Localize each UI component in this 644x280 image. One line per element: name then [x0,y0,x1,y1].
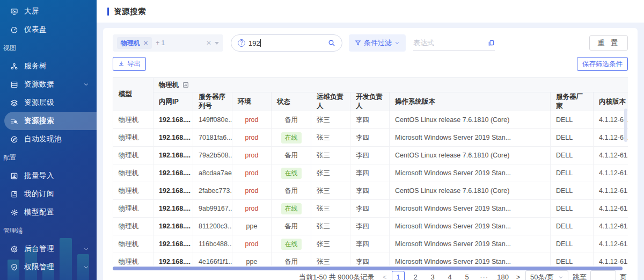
cell-ops-owner: 张三 [311,147,350,164]
search-input[interactable]: 192 [248,39,261,47]
save-filter-button[interactable]: 保存筛选条件 [577,57,628,71]
sidebar-item[interactable]: 资源搜索 [4,112,97,130]
page-number[interactable]: 3 [426,271,439,280]
export-button[interactable]: 导出 [113,57,146,71]
table-row[interactable]: 物理机192.168....811200c3...ppe备用张三李四Micros… [113,218,628,235]
table-row[interactable]: 物理机192.168....70181fa6...prod在线张三李四Micro… [113,129,628,147]
subscription-icon [10,190,18,198]
page-number[interactable]: 2 [409,271,422,280]
page-number[interactable]: 4 [443,271,456,280]
funnel-icon [355,40,361,46]
gear-icon [10,245,18,253]
cell-os: Microsoft Windows Server 2019 Stan... [390,164,551,182]
cell-ip: 192.168.... [153,235,193,253]
chevron-down-icon [83,246,89,252]
reset-button[interactable]: 重 置 [589,35,628,51]
column-settings-icon[interactable] [182,82,189,88]
jump-to-page: 跳至 页 [573,270,627,280]
tag-remove-icon[interactable]: ✕ [143,40,148,47]
table-row[interactable]: 物理机192.168....a8cdaa7ae...prod在线张三李四Micr… [113,164,628,182]
cell-vendor: DELL [551,147,594,164]
cell-dev-owner: 李四 [350,218,390,235]
vertical-scrollbar[interactable] [624,109,627,142]
cell-model: 物理机 [113,182,153,200]
sidebar-item[interactable]: 服务树 [0,57,97,75]
cell-os: Microsoft Windows Server 2019 Stan... [390,253,551,266]
horizontal-scrollbar[interactable] [113,267,623,270]
table-row[interactable]: 物理机192.168....9ab99167...prod在线张三李四Micro… [113,200,628,218]
sidebar-item[interactable]: 后台管理 [0,240,97,258]
cell-dev-owner: 李四 [350,164,390,182]
chevron-down-icon [394,40,400,46]
sidebar-item[interactable]: 自动发现池 [0,130,97,148]
cell-dev-owner: 李四 [350,111,390,129]
jump-page-input[interactable] [590,270,616,280]
cell-ip: 192.168.... [153,182,193,200]
sidebar-item[interactable]: 我的订阅 [0,185,97,203]
cell-serial: 9ab99167... [193,200,232,218]
cell-os: Microsoft Windows Server 2019 Stan... [390,235,551,253]
pagination-bar: 当前1-50 共 9000条记录 < 12345···180 > 50条/页 跳… [113,270,628,280]
condition-filter-button[interactable]: 条件过滤 [349,34,406,52]
page-number[interactable]: 180 [495,271,511,280]
table-row[interactable]: 物理机192.168....149ff080e...prod备用张三李四Cent… [113,111,628,129]
chevron-down-icon[interactable] [215,42,219,45]
prev-page-arrow[interactable]: < [382,274,387,280]
table-row[interactable]: 物理机192.168....79a2b508...prod备用张三李四CentO… [113,147,628,164]
sidebar-item-label: 批量导入 [24,171,54,181]
cell-dev-owner: 李四 [350,182,390,200]
page-number[interactable]: 1 [392,271,405,280]
table-row[interactable]: 物理机192.168....116bc488...prod在线张三李四Micro… [113,235,628,253]
cell-model: 物理机 [113,164,153,182]
sidebar-item[interactable]: 资源数据 [0,75,97,94]
cell-kernel: 4.1.12-61.1.33. [594,218,628,235]
cell-env: prod [232,164,272,182]
next-page-arrow[interactable]: > [515,274,521,280]
question-circle-icon[interactable]: ? [238,39,245,47]
page-size-select[interactable]: 50条/页 [525,270,568,280]
cell-env: ppe [232,218,272,235]
sidebar-item[interactable]: 资源层级 [0,94,97,112]
column-header: 开发负责人 [350,92,390,111]
search-input-wrapper[interactable]: ? 192 [231,34,342,52]
cell-kernel: 4.1.12-61.1.33. [594,200,628,218]
page-header: 资源搜索 [97,0,644,23]
sidebar-item[interactable]: 模型配置 [0,203,97,221]
expression-input[interactable] [413,39,477,47]
page-number[interactable]: 5 [460,271,473,280]
sidebar-item[interactable]: 大屏 [0,2,97,20]
cell-model: 物理机 [113,253,153,266]
sidebar-item-label: 资源层级 [24,98,54,107]
cell-status: 在线 [272,235,311,253]
table-body: 物理机192.168....149ff080e...prod备用张三李四Cent… [113,111,628,266]
cell-vendor: DELL [551,164,594,182]
cell-env: prod [232,235,272,253]
sidebar-item[interactable]: 权限管理 [0,258,97,276]
model-tag[interactable]: 物理机 ✕ [117,37,152,49]
database-icon [10,81,18,89]
table-row[interactable]: 物理机192.168....2fabec773...prod备用张三李四Cent… [113,182,628,200]
pagination-summary: 当前1-50 共 9000条记录 [299,272,374,280]
cell-ops-owner: 张三 [311,253,350,266]
sidebar-item[interactable]: 仪表盘 [0,20,97,39]
export-label: 导出 [127,60,141,69]
results-table: 模型 物理机 内网IP服务器序列号环境状态运维负责人开发负责人操作系统版本服务器… [113,77,628,265]
table-row[interactable]: 物理机192.168....4e166f1f1...ppe备用张三李四Micro… [113,253,628,266]
cell-serial: 116bc488... [193,235,232,253]
cell-ops-owner: 张三 [311,235,350,253]
model-multiselect[interactable]: 物理机 ✕ + 1 ✕ [113,34,223,52]
cell-dev-owner: 李四 [350,129,390,147]
cell-ops-owner: 张三 [311,200,350,218]
clear-icon[interactable]: ✕ [206,39,211,47]
cell-ip: 192.168.... [153,200,193,218]
search-icon[interactable] [328,39,335,47]
copy-icon[interactable] [488,39,495,46]
cell-kernel: 4.1.12-61.1.33. [594,253,628,266]
sidebar-item[interactable]: 批量导入 [0,167,97,185]
cell-model: 物理机 [113,111,153,129]
table-scroll-area[interactable]: 模型 物理机 内网IP服务器序列号环境状态运维负责人开发负责人操作系统版本服务器… [113,77,628,265]
cell-env: prod [232,147,272,164]
sidebar-item-label: 自动发现池 [24,134,62,144]
cell-os: CentOS Linux release 7.6.1810 (Core) [390,147,551,164]
cell-model: 物理机 [113,147,153,164]
